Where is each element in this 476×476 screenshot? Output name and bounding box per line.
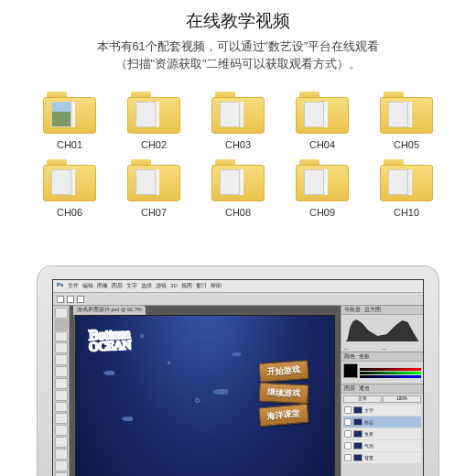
menu-item[interactable]: 帮助	[211, 283, 222, 288]
option-swatch[interactable]	[57, 296, 64, 303]
tool-button[interactable]	[55, 460, 68, 471]
page-title: 在线教学视频	[0, 0, 476, 33]
tool-button[interactable]	[55, 449, 68, 460]
folder-thumbnail	[220, 169, 240, 195]
folder-label: CH10	[394, 207, 419, 218]
options-bar[interactable]	[53, 293, 423, 306]
folder-thumbnail	[388, 102, 408, 127]
visibility-toggle[interactable]	[344, 454, 352, 461]
tool-button[interactable]	[55, 437, 68, 448]
game-logo: Bottom OCEAN	[89, 327, 180, 350]
opacity-field[interactable]: 100%	[383, 395, 421, 403]
folder-item[interactable]: CH07	[121, 159, 187, 218]
option-swatch[interactable]	[77, 296, 84, 303]
histogram-panel[interactable]: 导航器 直方图 ————	[341, 306, 423, 352]
color-panel[interactable]: 颜色 色板	[341, 352, 423, 384]
tool-button[interactable]	[55, 331, 68, 342]
layer-row[interactable]: 标志	[343, 416, 421, 427]
foreground-color[interactable]	[343, 363, 358, 378]
menu-item[interactable]: 滤镜	[156, 283, 167, 288]
layer-thumbnail	[353, 418, 362, 426]
layer-thumbnail	[353, 454, 362, 461]
tool-button[interactable]	[55, 413, 68, 424]
layer-name: 文字	[364, 407, 373, 413]
tool-button[interactable]	[55, 366, 68, 377]
blend-mode-select[interactable]: 正常	[343, 395, 382, 403]
folder-thumbnail	[51, 102, 71, 127]
folder-icon	[380, 159, 433, 201]
subtitle-line-2: （扫描"资源获取"二维码可以获取观看方式）。	[0, 56, 476, 73]
panel-dock[interactable]: 导航器 直方图 ————	[341, 306, 423, 476]
tool-button[interactable]	[55, 402, 68, 413]
tool-button[interactable]	[55, 354, 68, 365]
folder-item[interactable]: CH04	[289, 92, 355, 150]
folder-icon	[296, 159, 349, 201]
menu-item[interactable]: 编辑	[82, 283, 93, 288]
layer-thumbnail	[353, 430, 362, 438]
tool-button[interactable]	[55, 319, 68, 330]
folder-thumbnail	[304, 169, 324, 195]
visibility-toggle[interactable]	[344, 406, 352, 414]
folder-label: CH01	[57, 139, 82, 150]
folder-item[interactable]: CH09	[289, 159, 355, 218]
menu-bar[interactable]: Ps 文件编辑图像图层文字选择滤镜3D视图窗口帮助	[53, 280, 423, 293]
folder-label: CH07	[141, 207, 167, 218]
tool-button[interactable]	[55, 425, 68, 436]
layers-panel[interactable]: 图层 通道 正常 100% 文字标志鱼群气泡背景	[341, 384, 423, 476]
visibility-toggle[interactable]	[344, 418, 352, 426]
menu-item[interactable]: 选择	[141, 283, 152, 288]
folder-icon	[43, 159, 96, 201]
option-swatch[interactable]	[67, 296, 74, 303]
panel-tab-swatch[interactable]: 色板	[359, 353, 370, 360]
tool-button[interactable]	[55, 378, 68, 389]
tool-button[interactable]	[55, 342, 68, 353]
folder-thumbnail	[135, 102, 156, 127]
document-tab[interactable]: 游戏界面设计.psd @ 66.7%	[73, 306, 146, 315]
menu-signs: 开始游戏 继续游戏 海洋课堂	[259, 362, 308, 425]
tool-button[interactable]	[55, 390, 68, 401]
folder-icon	[296, 92, 349, 134]
canvas-area[interactable]: 游戏界面设计.psd @ 66.7%	[70, 306, 341, 476]
folder-item[interactable]: CH06	[37, 159, 103, 218]
folder-item[interactable]: CH03	[205, 92, 271, 150]
layer-row[interactable]: 背景	[343, 452, 421, 463]
panel-tab-color[interactable]: 颜色	[344, 353, 355, 360]
menu-item[interactable]: 图像	[97, 283, 108, 288]
folder-item[interactable]: CH10	[373, 159, 439, 218]
layer-row[interactable]: 鱼群	[343, 428, 421, 439]
laptop-mockup: Ps 文件编辑图像图层文字选择滤镜3D视图窗口帮助 游戏界面设计.psd @ 6…	[37, 265, 439, 476]
rgb-sliders[interactable]	[360, 363, 421, 382]
panel-tab-channels[interactable]: 通道	[359, 385, 370, 392]
visibility-toggle[interactable]	[344, 430, 352, 438]
sign-continue: 继续游戏	[258, 383, 308, 405]
photoshop-window: Ps 文件编辑图像图层文字选择滤镜3D视图窗口帮助 游戏界面设计.psd @ 6…	[52, 279, 424, 476]
menu-item[interactable]: 3D	[170, 283, 178, 288]
folder-item[interactable]: CH08	[205, 159, 271, 218]
tool-button[interactable]	[55, 472, 68, 476]
panel-tab-histogram[interactable]: 直方图	[364, 307, 381, 313]
folder-item[interactable]: CH02	[121, 92, 187, 150]
document-canvas[interactable]: Bottom OCEAN 开始游戏 继续游戏 海洋课堂	[75, 315, 335, 476]
menu-item[interactable]: 视图	[181, 283, 192, 288]
tool-palette[interactable]	[53, 306, 70, 476]
layer-row[interactable]: 气泡	[343, 440, 421, 451]
folder-item[interactable]: CH05	[373, 92, 439, 150]
page-subtitle: 本书有61个配套视频，可以通过"数艺设"平台在线观看 （扫描"资源获取"二维码可…	[0, 38, 476, 73]
visibility-toggle[interactable]	[344, 442, 352, 449]
layer-thumbnail	[353, 406, 362, 414]
panel-tab-nav[interactable]: 导航器	[344, 307, 361, 313]
folder-item[interactable]: CH01	[37, 92, 103, 150]
folder-thumbnail	[220, 102, 240, 127]
menu-item[interactable]: 文件	[68, 283, 79, 288]
folder-label: CH03	[225, 139, 251, 150]
folder-label: CH02	[141, 139, 167, 150]
folder-thumbnail	[304, 102, 324, 127]
fish-graphic	[122, 416, 133, 421]
tool-button[interactable]	[55, 308, 68, 319]
menu-item[interactable]: 图层	[112, 283, 123, 288]
menu-item[interactable]: 窗口	[196, 283, 207, 288]
menu-item[interactable]: 文字	[126, 283, 137, 288]
layer-row[interactable]: 文字	[343, 405, 421, 416]
panel-tab-layers[interactable]: 图层	[344, 385, 355, 392]
folder-label: CH06	[57, 207, 82, 218]
